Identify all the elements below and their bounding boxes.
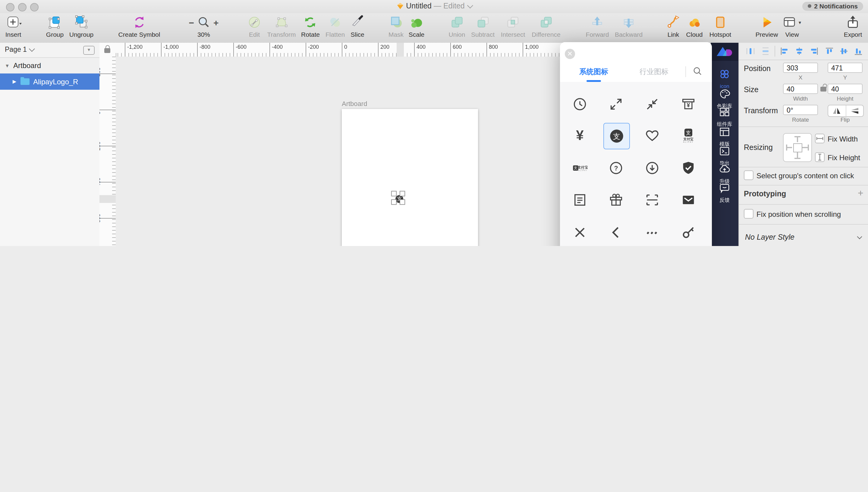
align-center-horizontally-button[interactable] — [795, 47, 804, 57]
resizing-pin-control[interactable] — [783, 133, 812, 162]
grid-icon-download-circle[interactable] — [639, 155, 665, 181]
align-bottom-button[interactable] — [853, 47, 863, 57]
grid-icon-alipay-logo[interactable]: 支 — [603, 123, 630, 149]
inspector: Position 303 471 X Y Size 40 40 Width He… — [738, 43, 868, 246]
alipay-design-logo[interactable] — [711, 43, 738, 61]
toolbar-item-link[interactable]: Link — [666, 15, 681, 38]
page-list-header[interactable]: Page 1 ▼ — [0, 43, 99, 58]
toolbar-item-export[interactable]: Export — [844, 15, 862, 38]
disclosure-triangle-icon[interactable]: ▼ — [4, 63, 11, 68]
svg-text:支付宝: 支付宝 — [577, 165, 588, 170]
selection-handle[interactable] — [400, 191, 405, 196]
plugin-sidebar-item-clover[interactable]: icon — [711, 68, 738, 89]
alignment-toolbar — [739, 43, 868, 60]
align-left-button[interactable] — [780, 47, 790, 57]
grid-icon-gift[interactable] — [603, 187, 629, 213]
lock-icon — [104, 48, 110, 53]
position-y-field[interactable]: 471 — [828, 63, 863, 73]
toolbar-item-hotspot[interactable]: Hotspot — [709, 15, 731, 38]
grid-icon-bill-list[interactable] — [567, 187, 592, 213]
toolbar-item-scale[interactable]: Scale — [409, 15, 425, 38]
grid-icon-help-circle[interactable]: ? — [603, 155, 629, 181]
page-list-toggle-button[interactable]: ▼ — [83, 46, 95, 55]
plugin-sidebar-item-feedback[interactable]: 反馈 — [711, 182, 738, 204]
toolbar-item-slice[interactable]: Slice — [350, 15, 365, 38]
artboard[interactable] — [342, 109, 478, 246]
tab-system-icons[interactable]: 系统图标 — [579, 67, 608, 77]
add-prototyping-button[interactable]: + — [858, 188, 864, 199]
align-middle-vertically-button[interactable] — [839, 47, 849, 57]
select-group-content-checkbox[interactable] — [744, 170, 753, 180]
svg-text:ALIPAY: ALIPAY — [683, 141, 694, 143]
grid-icon-alipay-horizontal[interactable]: 支支付宝ALIPAY — [567, 155, 592, 181]
grid-icon-atm-machine[interactable]: ¥ — [676, 92, 701, 117]
tab-industry-icons[interactable]: 行业图标 — [639, 67, 668, 77]
grid-icon-close[interactable] — [567, 220, 592, 245]
grid-icon-alipay-app[interactable]: 支支付宝ALIPAY — [676, 123, 701, 148]
align-top-button[interactable] — [825, 47, 834, 57]
fix-position-label: Fix position when scrolling — [756, 210, 841, 219]
plugin-sidebar-item-template[interactable]: 模版 — [711, 126, 738, 148]
selection-handle[interactable] — [391, 199, 397, 205]
vertical-ruler[interactable]: -20002004006008001,0001,2001,4001,6001,8… — [99, 57, 116, 246]
distribute-horizontally-button[interactable] — [746, 47, 755, 57]
fix-height-checkbox[interactable] — [815, 152, 825, 162]
subtract-icon — [471, 15, 495, 30]
grid-icon-yuan-symbol[interactable]: ¥ — [567, 123, 592, 148]
toolbar-item-flatten: Flatten — [326, 15, 345, 38]
grid-icon-chevron-left[interactable] — [603, 220, 629, 245]
plugin-sidebar-item-components[interactable]: 组件库 — [711, 106, 738, 128]
selection-handle[interactable] — [400, 199, 405, 205]
preview-icon — [756, 15, 778, 30]
create-symbol-icon — [118, 15, 160, 30]
chevron-down-icon[interactable] — [857, 234, 862, 239]
mask-icon — [389, 15, 403, 30]
flip-vertical-button[interactable] — [846, 105, 863, 116]
toolbar-item-rotate[interactable]: Rotate — [301, 15, 320, 38]
fix-width-checkbox[interactable] — [815, 134, 825, 143]
ruler-label: 0 — [344, 44, 347, 50]
toolbar-item-insert[interactable]: Insert — [5, 15, 22, 38]
height-field[interactable]: 40 — [828, 84, 863, 94]
fix-position-checkbox[interactable] — [744, 209, 753, 219]
width-field[interactable]: 40 — [783, 84, 818, 94]
disclosure-triangle-icon[interactable]: ▶ — [11, 79, 18, 84]
artboard-label[interactable]: Artboard — [342, 100, 367, 107]
grid-icon-key[interactable] — [676, 220, 701, 245]
toolbar-item-create-symbol[interactable]: Create Symbol — [118, 15, 160, 38]
grid-icon-ellipsis[interactable] — [639, 220, 665, 245]
export-icon — [844, 15, 862, 30]
selection-handle[interactable] — [391, 191, 397, 196]
distribute-vertically-button[interactable] — [761, 47, 770, 57]
size-lock-icon[interactable] — [820, 87, 826, 92]
layer-row-alipaylogo[interactable]: ▶ AlipayLogo_R — [0, 73, 99, 90]
grid-icon-clock[interactable] — [567, 92, 592, 117]
grid-icon-scan-frame[interactable] — [639, 187, 665, 213]
panel-close-icon[interactable]: ✕ — [565, 49, 575, 59]
search-icon[interactable] — [693, 66, 702, 76]
grid-icon-collapse-arrows[interactable] — [639, 92, 665, 117]
position-x-field[interactable]: 303 — [783, 63, 818, 73]
align-right-button[interactable] — [809, 47, 819, 57]
layer-style-select[interactable]: No Layer Style — [745, 233, 795, 242]
page-name[interactable]: Page 1 — [5, 46, 33, 53]
rotate-field[interactable]: 0° — [783, 105, 818, 115]
grid-icon-heart[interactable] — [639, 123, 665, 148]
flip-horizontal-button[interactable] — [828, 105, 845, 116]
toolbar-item-preview[interactable]: Preview — [756, 15, 778, 38]
flip-control[interactable] — [828, 105, 864, 117]
notifications-badge[interactable]: 2 Notifications — [802, 2, 863, 11]
grid-icon-shield-check[interactable] — [676, 155, 701, 181]
grid-icon-expand-arrows[interactable] — [603, 92, 629, 117]
flatten-icon — [326, 15, 345, 30]
grid-icon-envelope[interactable] — [676, 187, 701, 213]
toolbar-item-zoom[interactable]: −+30% — [186, 15, 221, 38]
toolbar-item-view[interactable]: ▼View — [782, 15, 802, 38]
toolbar-item-ungroup[interactable]: Ungroup — [69, 15, 94, 38]
sketch-document-icon — [397, 2, 404, 10]
link-icon — [666, 15, 681, 30]
layer-row-artboard[interactable]: ▼ Artboard — [0, 58, 99, 73]
toolbar-item-cloud[interactable]: Cloud — [686, 15, 703, 38]
toolbar-item-group[interactable]: Group — [46, 15, 64, 38]
ruler-corner[interactable] — [99, 43, 116, 57]
